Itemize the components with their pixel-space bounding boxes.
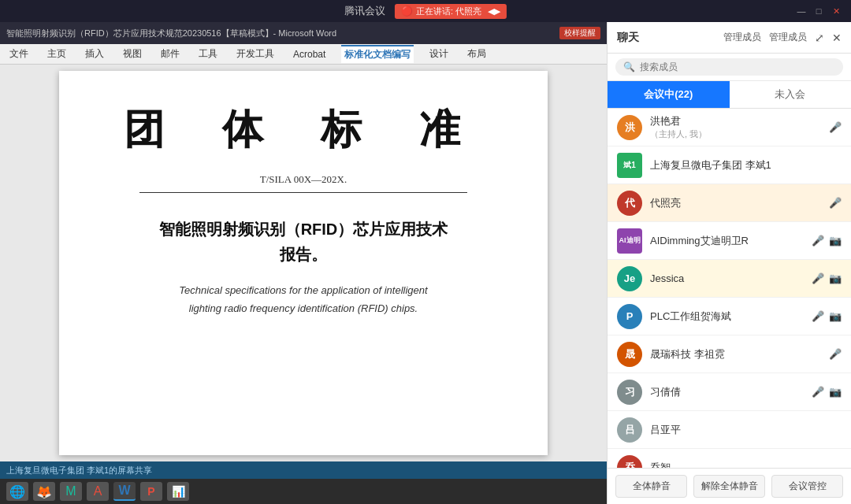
- member-list: 洪 洪艳君 （主持人, 我） 🎤 斌1 上海复旦微电子集团 李斌1: [608, 109, 851, 468]
- doc-statusbar: 上海复旦微电子集团 李斌1的屏幕共享: [0, 461, 607, 479]
- chat-panel: 聊天 管理成员 管理成员 ⤢ ✕ 🔍 会议中(22) 未入会: [607, 22, 851, 504]
- mute-all-button[interactable]: 全体静音: [615, 475, 687, 498]
- member-info: 晟瑞科技 李祖霓: [650, 347, 821, 361]
- member-info: Jessica: [650, 272, 804, 284]
- ribbon-tab-layout[interactable]: 布局: [464, 46, 489, 62]
- mic-icon: 🎤: [812, 235, 824, 246]
- member-name: 洪艳君: [650, 114, 821, 128]
- app-title: 腾讯会议: [344, 4, 385, 18]
- list-item[interactable]: 晟 晟瑞科技 李祖霓 🎤: [608, 335, 851, 373]
- taskbar-app6[interactable]: 📊: [167, 482, 189, 501]
- word-doc-title: 智能照明射频识别（RFID）芯片应用技术规范20230516【草稿模式】- Mi…: [6, 28, 553, 39]
- doc-sharing-status: 上海复旦微电子集团 李斌1的屏幕共享: [6, 465, 152, 476]
- ribbon-tab-insert[interactable]: 插入: [82, 46, 107, 62]
- video-icon: 📷: [829, 310, 842, 322]
- window-controls: — □ ✕: [796, 6, 842, 17]
- ribbon-tab-mail[interactable]: 邮件: [158, 46, 183, 62]
- ribbon-tab-view[interactable]: 视图: [120, 46, 145, 62]
- taskbar-word[interactable]: W: [113, 482, 136, 501]
- avatar: 乔: [617, 455, 642, 469]
- member-name: 吕亚平: [650, 423, 842, 437]
- member-icons: 🎤 📷: [812, 272, 842, 284]
- member-name: 习倩倩: [650, 385, 804, 399]
- list-item[interactable]: 代 代照亮 🎤: [608, 184, 851, 222]
- mic-icon: 🎤: [829, 121, 842, 133]
- member-icons: 🎤 📷: [812, 235, 842, 246]
- list-item[interactable]: 乔 乔智: [608, 449, 851, 468]
- mic-icon: 🎤: [812, 272, 824, 284]
- doc-en-title: Technical specifications for the applica…: [98, 281, 508, 318]
- search-input[interactable]: [640, 61, 835, 72]
- chat-search-area: 🔍: [608, 54, 851, 81]
- speaking-badge: 🔴 正在讲话: 代照亮 ◀▶: [395, 4, 507, 19]
- member-name: 晟瑞科技 李祖霓: [650, 347, 821, 361]
- ribbon-tab-tools[interactable]: 工具: [195, 46, 221, 62]
- chat-expand-icon[interactable]: ⤢: [815, 32, 824, 44]
- ribbon-tab-dev[interactable]: 开发工具: [233, 46, 277, 62]
- mic-icon: 🎤: [829, 348, 842, 360]
- search-wrap: 🔍: [615, 58, 843, 76]
- member-info: AIDimming艾迪明卫R: [650, 234, 804, 248]
- search-icon: 🔍: [623, 61, 635, 72]
- member-info: PLC工作组贺海斌: [650, 309, 804, 324]
- list-item[interactable]: AI迪明 AIDimming艾迪明卫R 🎤 📷: [608, 222, 851, 260]
- list-item[interactable]: 吕 吕亚平: [608, 411, 851, 449]
- member-icons: 🎤: [829, 348, 842, 360]
- maximize-button[interactable]: □: [813, 6, 824, 17]
- unmute-all-button[interactable]: 解除全体静音: [693, 475, 765, 498]
- chat-header-actions: 管理成员 管理成员 ⤢ ✕: [723, 31, 842, 44]
- video-icon: 📷: [829, 386, 842, 398]
- member-icons: 🎤 📷: [812, 310, 842, 322]
- member-icons: 🎤 📷: [812, 386, 842, 398]
- member-icons: 🎤: [829, 197, 842, 209]
- chat-title: 聊天: [617, 31, 639, 45]
- list-item[interactable]: Je Jessica 🎤 📷: [608, 260, 851, 298]
- doc-content: 团 体 标 准 T/SILA 00X—202X. 智能照明射频识别（RFID）芯…: [0, 65, 607, 461]
- member-info: 吕亚平: [650, 423, 842, 437]
- list-item[interactable]: 洪 洪艳君 （主持人, 我） 🎤: [608, 109, 851, 146]
- doc-code: T/SILA 00X—202X.: [98, 173, 508, 186]
- list-item[interactable]: 习 习倩倩 🎤 📷: [608, 373, 851, 411]
- member-info: 上海复旦微电子集团 李斌1: [650, 158, 842, 172]
- chat-tabs: 会议中(22) 未入会: [608, 81, 851, 109]
- top-bar-center: 腾讯会议 🔴 正在讲话: 代照亮 ◀▶: [344, 4, 507, 19]
- mic-icon: 🎤: [812, 386, 824, 398]
- member-info: 代照亮: [650, 196, 821, 210]
- list-item[interactable]: 斌1 上海复旦微电子集团 李斌1: [608, 146, 851, 184]
- member-info: 乔智: [650, 461, 842, 469]
- taskbar-firefox[interactable]: 🦊: [33, 482, 55, 501]
- ribbon-tab-design[interactable]: 设计: [426, 46, 452, 62]
- member-info: 洪艳君 （主持人, 我）: [650, 114, 821, 140]
- taskbar-app3[interactable]: M: [60, 482, 82, 501]
- manage-members-label[interactable]: 管理成员: [723, 31, 761, 44]
- taskbar: 🌐 🦊 M A W P 📊: [0, 479, 607, 504]
- ribbon-tab-file[interactable]: 文件: [6, 46, 32, 62]
- manage-members-text: 管理成员: [769, 31, 807, 44]
- ribbon-tab-standard[interactable]: 标准化文档编写: [341, 45, 414, 63]
- member-info: 习倩倩: [650, 385, 804, 399]
- speaking-label: 正在讲话: 代照亮: [416, 6, 481, 17]
- tab-in-meeting[interactable]: 会议中(22): [608, 81, 730, 108]
- chat-header: 聊天 管理成员 管理成员 ⤢ ✕: [608, 22, 851, 54]
- taskbar-pdf[interactable]: P: [140, 482, 162, 501]
- word-ribbon: 文件 主页 插入 视图 邮件 工具 开发工具 Acrobat 标准化文档编写 设…: [0, 44, 607, 65]
- word-titlebar: 智能照明射频识别（RFID）芯片应用技术规范20230516【草稿模式】- Mi…: [0, 22, 607, 44]
- member-name: 上海复旦微电子集团 李斌1: [650, 158, 842, 172]
- taskbar-chrome[interactable]: 🌐: [6, 482, 28, 501]
- ribbon-tab-home[interactable]: 主页: [44, 46, 69, 62]
- taskbar-acrobat[interactable]: A: [87, 482, 109, 501]
- doc-page: 团 体 标 准 T/SILA 00X—202X. 智能照明射频识别（RFID）芯…: [59, 71, 548, 455]
- chat-bottom-bar: 全体静音 解除全体静音 会议管控: [608, 468, 851, 504]
- mic-icon: 🎤: [829, 197, 842, 209]
- list-item[interactable]: P PLC工作组贺海斌 🎤 📷: [608, 298, 851, 335]
- minimize-button[interactable]: —: [796, 6, 807, 17]
- close-button[interactable]: ✕: [831, 6, 842, 17]
- avatar: 吕: [617, 417, 642, 443]
- chat-close-icon[interactable]: ✕: [832, 32, 842, 44]
- avatar: 习: [617, 380, 642, 405]
- meeting-ctrl-button[interactable]: 会议管控: [771, 475, 843, 498]
- doc-divider: [139, 192, 467, 193]
- video-icon: 📷: [829, 272, 842, 284]
- tab-not-joined[interactable]: 未入会: [730, 81, 852, 108]
- ribbon-tab-acrobat[interactable]: Acrobat: [290, 47, 329, 61]
